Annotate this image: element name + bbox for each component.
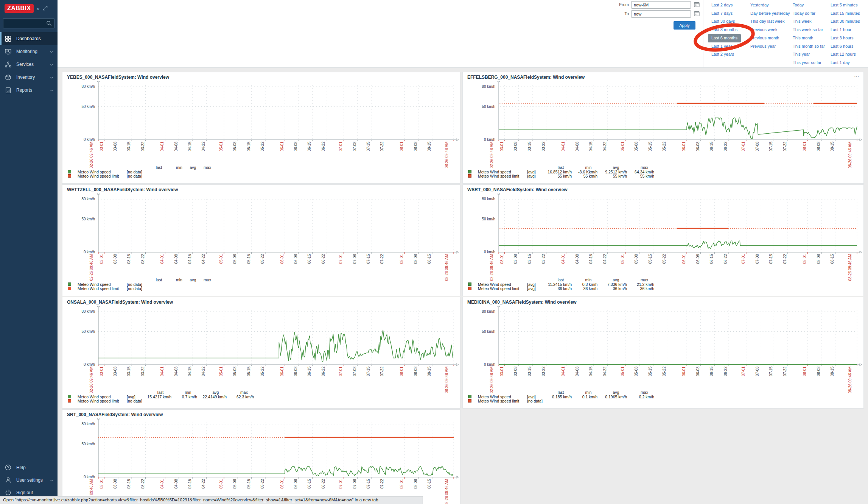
series-mode: [no data] <box>527 399 546 404</box>
from-input[interactable] <box>631 1 691 9</box>
wind-chart-plot-wettzell[interactable] <box>62 193 460 255</box>
timerange-link-this-day-last-week[interactable]: This day last week <box>750 17 793 26</box>
sidebar-item-help-label: Help <box>16 465 26 470</box>
timerange-link-previous-week[interactable]: Previous week <box>750 26 793 34</box>
timerange-link-today[interactable]: Today <box>793 1 831 9</box>
timerange-link-last-1-year[interactable]: Last 1 year <box>711 42 750 51</box>
timerange-link-last-1-day[interactable]: Last 1 day <box>831 59 868 67</box>
wind-chart-plot-effelsberg[interactable] <box>463 81 863 143</box>
x-axis-label: 05-08 <box>233 142 237 151</box>
chart-title-wettzell[interactable]: WETTZELL_000_NASAFieldSystem: Wind overv… <box>62 185 460 193</box>
apply-button[interactable]: Apply <box>674 21 695 30</box>
x-axis-label: 06-22 <box>321 367 325 376</box>
from-calendar-icon[interactable] <box>693 2 700 8</box>
x-axis-label: 04-01 <box>561 367 565 376</box>
series-stat: 0.2 km/h <box>631 395 658 399</box>
timerange-link-last-7-days[interactable]: Last 7 days <box>711 9 750 18</box>
time-range-column-2: YesterdayDay before yesterdayThis day la… <box>750 1 793 67</box>
timerange-link-last-30-minutes[interactable]: Last 30 minutes <box>831 17 868 26</box>
sidebar-item-services[interactable]: Services <box>0 58 58 71</box>
x-axis-label: 03-22 <box>541 367 546 376</box>
chart-title-wsrt[interactable]: WSRT_000_NASAFieldSystem: Wind overview <box>463 185 863 193</box>
timerange-link-this-week[interactable]: This week <box>793 17 831 26</box>
timerange-link-last-2-days[interactable]: Last 2 days <box>711 1 750 9</box>
sidebar-item-reports[interactable]: Reports <box>0 84 58 97</box>
series-stat: 55 km/h <box>601 174 631 179</box>
zabbix-logo[interactable]: ZABBIX <box>5 4 34 13</box>
sidebar-item-inventory[interactable]: Inventory <box>0 71 58 84</box>
x-axis-label: 05-15 <box>648 254 652 264</box>
x-axis-label: 06-08 <box>696 367 700 376</box>
collapse-sidebar-icon[interactable]: « <box>37 6 40 11</box>
chart-title-srt[interactable]: SRT_000_NASAFieldSystem: Wind overview <box>62 410 460 418</box>
timerange-link-last-5-minutes[interactable]: Last 5 minutes <box>831 1 868 9</box>
x-axis-label: 04-15 <box>589 142 593 151</box>
legend-swatch <box>68 282 71 286</box>
x-axis-label: 05-22 <box>662 142 666 151</box>
x-axis-label: 03-01 <box>100 367 104 376</box>
x-axis-label: 03-08 <box>513 142 518 151</box>
to-input[interactable] <box>631 10 691 18</box>
timerange-link-last-3-months[interactable]: Last 3 months <box>711 26 750 34</box>
timerange-link-last-6-hours[interactable]: Last 6 hours <box>831 42 868 51</box>
timerange-link-this-month[interactable]: This month <box>793 34 831 42</box>
time-range-column-3: TodayToday so farThis weekThis week so f… <box>793 1 831 67</box>
expand-sidebar-icon[interactable] <box>43 6 48 11</box>
wind-chart-plot-srt[interactable] <box>62 418 460 480</box>
services-icon <box>5 61 11 68</box>
x-axis-label: 08-08 <box>817 142 821 151</box>
timerange-link-last-2-years[interactable]: Last 2 years <box>711 50 750 59</box>
chart-title-yebes[interactable]: YEBES_000_NASAFieldSystem: Wind overview <box>62 72 460 81</box>
timerange-link-day-before-yesterday[interactable]: Day before yesterday <box>750 9 793 18</box>
wind-chart-plot-onsala[interactable] <box>62 306 460 368</box>
status-bar-text: Open "https://evn-monitor.jive.eu/zabbix… <box>3 498 378 502</box>
sidebar-footer-menu: HelpUser settingsSign out <box>0 461 58 499</box>
legend-header-max: max <box>230 390 258 395</box>
sidebar-item-monitoring[interactable]: Monitoring <box>0 45 58 58</box>
timerange-link-last-3-hours[interactable]: Last 3 hours <box>831 34 868 42</box>
x-axis-label: 04-22 <box>201 367 205 376</box>
timerange-link-yesterday[interactable]: Yesterday <box>750 1 793 9</box>
x-axis-label: 05-08 <box>233 479 237 489</box>
timerange-link-last-12-hours[interactable]: Last 12 hours <box>831 50 868 59</box>
timerange-link-this-month-so-far[interactable]: This month so far <box>793 42 831 51</box>
x-axis-label: 05-01 <box>219 479 223 489</box>
series-stat: 15.4217 km/h <box>146 395 175 399</box>
panel-menu-icon[interactable]: ⋯ <box>854 73 860 79</box>
x-axis-label: 03-15 <box>127 479 131 489</box>
sidebar-item-help[interactable]: Help <box>0 461 58 474</box>
timerange-link-last-1-hour[interactable]: Last 1 hour <box>831 26 868 34</box>
x-axis-label: 06-22 <box>723 367 728 376</box>
timerange-link-this-week-so-far[interactable]: This week so far <box>793 26 831 34</box>
series-mode: [avg] <box>527 287 546 291</box>
x-axis-label: 06-22 <box>321 254 325 264</box>
chart-title-onsala[interactable]: ONSALA_000_NASAFieldSystem: Wind overvie… <box>62 297 460 306</box>
wind-chart-plot-medicina[interactable] <box>463 306 863 368</box>
chart-area-yebes: 80 km/h50 km/h0 km/h02-26 09:46 AM03-010… <box>62 81 460 182</box>
x-axis-label: 07-01 <box>741 254 745 264</box>
chart-title-medicina[interactable]: MEDICINA_000_NASAFieldSystem: Wind overv… <box>463 297 863 306</box>
sidebar-item-dashboards[interactable]: Dashboards <box>0 32 58 45</box>
timerange-link-last-6-months[interactable]: Last 6 months <box>708 34 741 42</box>
timerange-link-last-30-days[interactable]: Last 30 days <box>711 17 750 26</box>
timerange-link-this-year[interactable]: This year <box>793 50 831 59</box>
x-axis-label: 06-15 <box>709 367 714 376</box>
timerange-link-today-so-far[interactable]: Today so far <box>793 9 831 18</box>
to-calendar-icon[interactable] <box>693 11 700 17</box>
timerange-link-previous-year[interactable]: Previous year <box>750 42 793 51</box>
inventory-icon <box>5 74 11 81</box>
wind-chart-plot-wsrt[interactable] <box>463 193 863 255</box>
x-axis-label: 02-26 09:46 AM <box>89 367 93 393</box>
sidebar-item-user-settings[interactable]: User settings <box>0 474 58 486</box>
x-axis-label: 08-26 09:46 AM <box>445 142 449 169</box>
timerange-link-this-year-so-far[interactable]: This year so far <box>793 59 831 67</box>
timerange-link-previous-month[interactable]: Previous month <box>750 34 793 42</box>
x-axis-label: 08-15 <box>830 142 834 151</box>
legend-swatch <box>468 287 471 290</box>
wind-chart-plot-yebes[interactable] <box>62 81 460 143</box>
chart-panel-onsala: ONSALA_000_NASAFieldSystem: Wind overvie… <box>62 297 460 409</box>
chart-title-effelsberg[interactable]: EFFELSBERG_000_NASAFieldSystem: Wind ove… <box>463 72 863 81</box>
y-axis-label: 50 km/h <box>463 217 495 221</box>
timerange-link-last-15-minutes[interactable]: Last 15 minutes <box>831 9 868 18</box>
x-axis-label: 07-08 <box>755 367 759 376</box>
